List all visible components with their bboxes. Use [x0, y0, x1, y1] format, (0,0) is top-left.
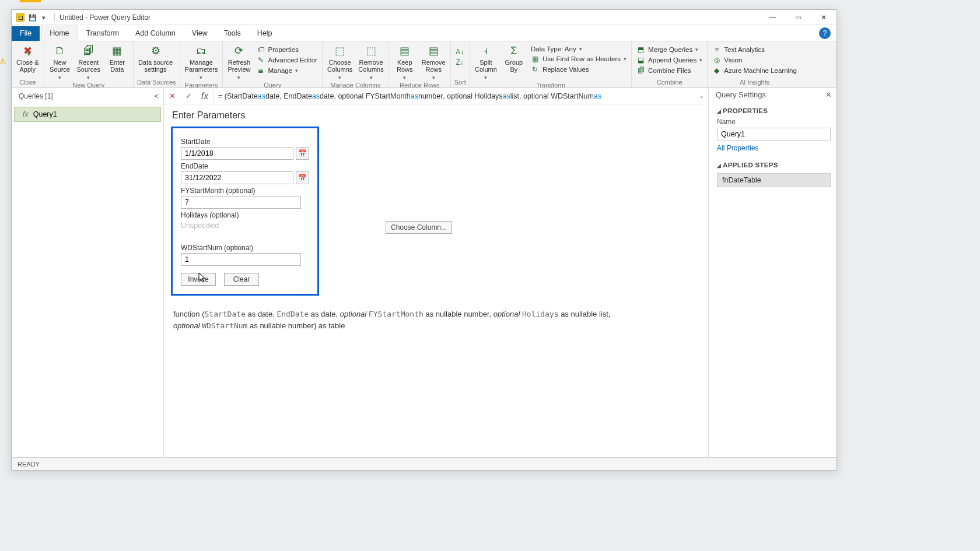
parameter-box-highlight: StartDate 📅 EndDate 📅 FYStartMonth (opti… [171, 127, 319, 296]
keep-rows-icon: ▤ [397, 44, 413, 58]
vision-button[interactable]: ◎Vision [711, 55, 798, 65]
tab-add-column[interactable]: Add Column [127, 26, 184, 41]
applied-step-fndatetable[interactable]: fnDateTable [717, 173, 831, 187]
power-query-window: 💾 ▾ Untitled - Power Query Editor — ▭ ✕ … [11, 9, 837, 471]
split-column-button[interactable]: ⫞Split Column [474, 44, 498, 81]
formula-bar: ✕ ✓ fx = (StartDate as date, EndDate as … [164, 88, 708, 104]
parameters-icon: 🗂 [193, 44, 209, 58]
close-button[interactable]: ✕ [811, 10, 836, 25]
fystartmonth-label: FYStartMonth (optional) [181, 187, 309, 195]
merge-queries-button[interactable]: ⬒Merge Queries [635, 45, 704, 54]
first-row-headers-button[interactable]: ▦Use First Row as Headers [530, 54, 628, 64]
merge-icon: ⬒ [636, 45, 645, 54]
enter-data-button[interactable]: ▦Enter Data [105, 44, 130, 73]
recent-sources-button[interactable]: 🗐Recent Sources [76, 44, 102, 81]
name-label: Name [717, 117, 831, 128]
qat-dropdown-icon[interactable]: ▾ [39, 13, 48, 22]
data-source-settings-button[interactable]: ⚙Data source settings [137, 44, 174, 73]
close-apply-button[interactable]: ✖▾ Close & Apply [15, 44, 40, 73]
remove-columns-button[interactable]: ⬚Remove Columns [357, 44, 384, 81]
remove-rows-button[interactable]: ▤Remove Rows [421, 44, 447, 81]
group-label-datasources: Data Sources [137, 78, 176, 87]
tab-file[interactable]: File [12, 26, 40, 41]
properties-section-label: PROPERTIES [717, 104, 831, 117]
function-signature: function (StartDate as date, EndDate as … [173, 308, 699, 332]
replace-values-button[interactable]: ↻Replace Values [530, 65, 628, 74]
refresh-preview-button[interactable]: ⟳Refresh Preview [226, 44, 251, 81]
advanced-editor-button[interactable]: ✎Advanced Editor [256, 55, 318, 65]
properties-icon: 🏷 [257, 45, 265, 54]
refresh-icon: ⟳ [231, 44, 247, 58]
query-name-input[interactable] [717, 128, 831, 141]
sort-desc-button[interactable]: Z↓ [454, 58, 466, 67]
new-source-icon: 🗋 [52, 44, 68, 58]
text-analytics-button[interactable]: ≡Text Analytics [711, 45, 798, 54]
choose-columns-button[interactable]: ⬚Choose Columns [326, 44, 354, 81]
table-icon: ▦ [531, 55, 540, 63]
minimize-button[interactable]: — [760, 10, 785, 25]
tab-transform[interactable]: Transform [78, 26, 128, 41]
enter-parameters-header: Enter Parameters [172, 110, 701, 121]
enddate-input[interactable] [181, 171, 293, 184]
manage-parameters-button[interactable]: 🗂Manage Parameters [184, 44, 219, 81]
query-name: Query1 [33, 110, 57, 118]
text-analytics-icon: ≡ [712, 45, 721, 54]
formula-text[interactable]: = (StartDate as date, EndDate as date, o… [213, 88, 694, 104]
fystartmonth-input[interactable] [181, 196, 301, 209]
choose-column-button[interactable]: Choose Column... [386, 221, 452, 234]
group-by-button[interactable]: ΣGroup By [502, 44, 526, 73]
choose-columns-icon: ⬚ [332, 44, 348, 58]
separator [54, 13, 55, 22]
warning-icon [0, 56, 8, 65]
group-label-combine: Combine [635, 78, 704, 87]
wdstartnum-input[interactable] [181, 253, 301, 266]
combine-files-button[interactable]: 🗐Combine Files [635, 66, 704, 75]
manage-button[interactable]: ≣Manage [256, 66, 318, 75]
combine-files-icon: 🗐 [636, 66, 645, 75]
properties-button[interactable]: 🏷Properties [256, 45, 318, 54]
formula-fx-icon: fx [197, 91, 213, 101]
vision-icon: ◎ [712, 56, 721, 64]
close-settings-icon[interactable]: ✕ [825, 90, 832, 99]
azure-ml-button[interactable]: ◆Azure Machine Learning [711, 66, 798, 75]
holidays-unspecified: Unspecified [181, 220, 309, 233]
split-column-icon: ⫞ [478, 44, 494, 58]
keep-rows-button[interactable]: ▤Keep Rows [393, 44, 417, 81]
titlebar: 💾 ▾ Untitled - Power Query Editor — ▭ ✕ [12, 10, 836, 25]
enddate-calendar-icon[interactable]: 📅 [296, 171, 309, 184]
all-properties-link[interactable]: All Properties [717, 141, 831, 152]
collapse-queries-icon[interactable]: < [154, 92, 159, 100]
append-queries-button[interactable]: ⬓Append Queries [635, 55, 704, 65]
tab-help[interactable]: Help [249, 26, 281, 41]
formula-commit-button[interactable]: ✓ [180, 88, 197, 104]
group-by-icon: Σ [506, 44, 522, 58]
data-type-button[interactable]: Data Type: Any [530, 45, 628, 53]
qat-save-icon[interactable]: 💾 [28, 13, 37, 22]
window-title: Untitled - Power Query Editor [57, 13, 760, 22]
clear-button[interactable]: Clear [224, 273, 259, 286]
maximize-button[interactable]: ▭ [785, 10, 811, 25]
formula-expand-icon[interactable]: ⌄ [694, 92, 708, 100]
query-settings-header: Query Settings [716, 90, 766, 99]
obscured-app-tab [20, 0, 41, 2]
tab-tools[interactable]: Tools [216, 26, 249, 41]
quick-access-toolbar: 💾 ▾ [28, 13, 48, 22]
tab-home[interactable]: Home [41, 26, 78, 41]
startdate-calendar-icon[interactable]: 📅 [296, 147, 309, 160]
sort-asc-button[interactable]: A↓ [454, 47, 466, 57]
group-label-close: Close [15, 78, 40, 87]
queries-pane: Queries [1] < fx Query1 [12, 88, 164, 457]
wdstartnum-label: WDStartNum (optional) [181, 244, 309, 252]
tab-view[interactable]: View [184, 26, 216, 41]
sort-desc-icon: Z↓ [456, 58, 464, 66]
enter-data-icon: ▦ [109, 44, 125, 58]
applied-steps-label: APPLIED STEPS [717, 158, 831, 171]
help-icon[interactable]: ? [819, 27, 831, 39]
holidays-label: Holidays (optional) [181, 211, 309, 219]
query-item-query1[interactable]: fx Query1 [14, 107, 161, 122]
formula-cancel-button[interactable]: ✕ [164, 88, 180, 104]
invoke-button[interactable]: Invoke [181, 273, 216, 286]
new-source-button[interactable]: 🗋New Source [48, 44, 72, 81]
status-bar: READY [12, 457, 836, 470]
startdate-input[interactable] [181, 147, 293, 160]
